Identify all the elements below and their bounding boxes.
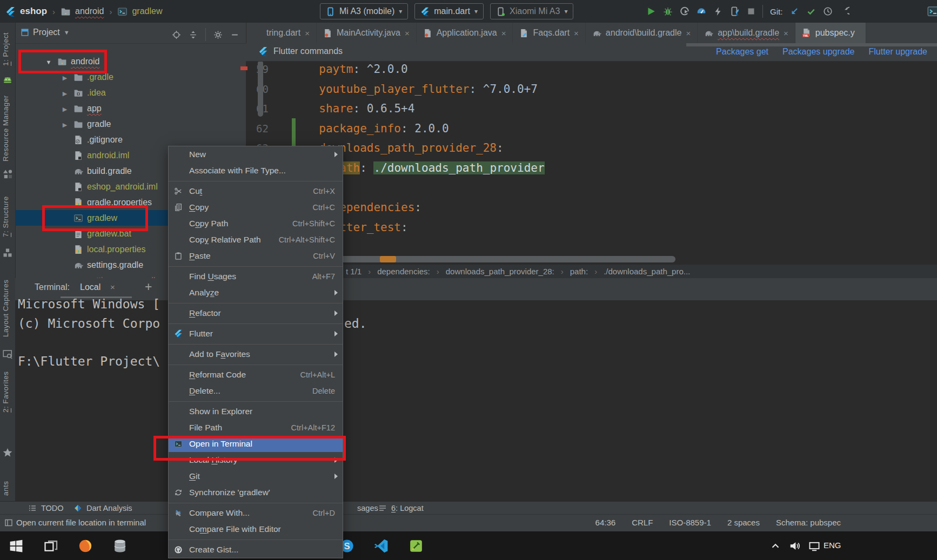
scrollbar-thumb[interactable] bbox=[258, 60, 263, 117]
editor-tab[interactable]: MainActivity.java × bbox=[317, 23, 417, 43]
breadcrumb-item[interactable]: t 1/1 bbox=[346, 267, 377, 276]
toolwindow-stripe-button[interactable]: 1: Project bbox=[2, 26, 14, 72]
run-config-dropdown[interactable]: main.dart ▾ bbox=[414, 3, 484, 19]
breadcrumb-item[interactable]: eshop › bbox=[5, 6, 56, 17]
menu-item[interactable]: Synchronize 'gradlew' bbox=[169, 484, 343, 501]
toolwindow-button[interactable]: 6: Logcat bbox=[378, 503, 424, 514]
run-config-dropdown[interactable]: Mi A3 (mobile) ▾ bbox=[320, 3, 408, 19]
menu-item[interactable]: Copy Relative Path Ctrl+Alt+Shift+C bbox=[169, 232, 343, 248]
stop-button[interactable] bbox=[747, 7, 755, 16]
taskbar-app-button[interactable] bbox=[78, 538, 93, 554]
breadcrumb-item[interactable]: path: bbox=[570, 267, 604, 276]
android-head-icon[interactable] bbox=[2, 75, 13, 85]
status-widget[interactable]: ISO-8859-1 bbox=[669, 518, 711, 527]
breadcrumb-item[interactable]: ./downloads_path_pro... bbox=[604, 267, 690, 276]
tree-row[interactable]: gradle bbox=[15, 116, 246, 132]
profile-button[interactable] bbox=[680, 6, 690, 16]
editor-tab[interactable]: YML pubspec.y bbox=[795, 23, 866, 43]
editor-tab[interactable]: app\build.gradle × bbox=[698, 23, 795, 43]
status-widget[interactable]: 64:36 bbox=[595, 518, 616, 527]
tree-row[interactable]: app bbox=[15, 100, 246, 116]
tree-row[interactable]: .gitignore bbox=[15, 132, 246, 147]
toolwindow-stripe-button[interactable]: 2: Favorites bbox=[2, 365, 14, 419]
git-rollback-button[interactable] bbox=[840, 6, 849, 16]
menu-item[interactable]: File Path Ctrl+Alt+F12 bbox=[169, 420, 343, 436]
editor-tab[interactable]: android\build.gradle × bbox=[586, 23, 698, 43]
project-view-selector[interactable]: Project ▼ bbox=[21, 28, 70, 37]
expand-arrow-icon[interactable] bbox=[61, 119, 69, 129]
hide-panel-button[interactable] bbox=[230, 30, 239, 39]
expand-arrow-icon[interactable] bbox=[61, 72, 69, 82]
menu-item[interactable]: Analyze bbox=[169, 285, 343, 301]
status-widget[interactable]: CRLF bbox=[632, 518, 653, 527]
editor-tab[interactable]: Faqs.dart × bbox=[513, 23, 585, 43]
tray-icon[interactable] bbox=[789, 540, 801, 552]
toolwindow-stripe-button[interactable]: Resource Manager bbox=[2, 92, 14, 165]
taskbar-app-button[interactable] bbox=[112, 538, 128, 554]
menu-item[interactable]: Compare File with Editor bbox=[169, 521, 343, 537]
locate-file-button[interactable] bbox=[172, 30, 181, 39]
breadcrumb-item[interactable]: android › bbox=[61, 6, 113, 17]
toolwindow-stripe-button[interactable]: Layout Captures bbox=[2, 270, 14, 347]
debug-button[interactable] bbox=[663, 6, 673, 16]
star-icon[interactable] bbox=[2, 447, 13, 458]
toolwindow-button[interactable]: sages bbox=[344, 503, 378, 514]
breadcrumb-item[interactable]: dependencies: bbox=[377, 267, 446, 276]
menu-item[interactable]: Refactor bbox=[169, 305, 343, 321]
terminal-tab-local[interactable]: Local bbox=[80, 282, 101, 292]
status-widget[interactable]: Schema: pubspec bbox=[776, 518, 841, 527]
editor-tab[interactable]: tring.dart × bbox=[246, 23, 317, 43]
status-widget[interactable]: 2 spaces bbox=[727, 518, 760, 527]
breadcrumb-item[interactable]: downloads_path_provider_28: bbox=[446, 267, 570, 276]
tray-icon[interactable] bbox=[769, 540, 781, 552]
menu-item[interactable]: Flutter bbox=[169, 326, 343, 342]
git-commit-button[interactable] bbox=[806, 6, 816, 16]
tray-icon[interactable] bbox=[808, 540, 820, 552]
toolwindow-stripe-button[interactable]: ants bbox=[2, 475, 14, 501]
flutter-command-link[interactable]: Flutter upgrade bbox=[868, 47, 927, 57]
close-icon[interactable]: × bbox=[784, 29, 788, 38]
toolwindow-switcher-icon[interactable] bbox=[4, 518, 13, 527]
taskbar-app-button[interactable] bbox=[43, 538, 58, 554]
menu-item[interactable]: Show in Explorer bbox=[169, 403, 343, 420]
run-config-dropdown[interactable]: Xiaomi Mi A3 ▾ bbox=[490, 3, 573, 19]
flutter-command-link[interactable]: Packages upgrade bbox=[782, 47, 854, 57]
flutter-command-link[interactable]: Packages get bbox=[716, 47, 768, 57]
toolwindow-stripe-button[interactable]: 7: Structure bbox=[2, 188, 14, 245]
menu-item[interactable]: Copy Path Ctrl+Shift+C bbox=[169, 215, 343, 232]
tree-row[interactable]: .idea bbox=[15, 85, 246, 100]
menu-item[interactable]: Git bbox=[169, 468, 343, 484]
close-icon[interactable]: × bbox=[686, 29, 691, 38]
close-icon[interactable]: × bbox=[574, 29, 579, 38]
shapes-icon[interactable] bbox=[2, 168, 13, 179]
collapse-all-button[interactable] bbox=[189, 30, 198, 39]
menu-item[interactable]: Compare With... Ctrl+D bbox=[169, 505, 343, 521]
menu-item[interactable]: Find Usages Alt+F7 bbox=[169, 268, 343, 285]
new-terminal-button[interactable]: + bbox=[145, 280, 152, 294]
menu-item[interactable]: Delete... Delete bbox=[169, 383, 343, 399]
run-button[interactable] bbox=[646, 6, 656, 16]
breadcrumb-item[interactable]: gradlew › bbox=[117, 6, 162, 17]
settings-button[interactable] bbox=[213, 30, 223, 39]
profiler-button[interactable] bbox=[697, 6, 706, 16]
toolwindow-button[interactable]: TODO bbox=[28, 503, 64, 514]
menu-item[interactable]: Cut Ctrl+X bbox=[169, 183, 343, 199]
menu-item[interactable]: Associate with File Type... bbox=[169, 163, 343, 179]
menu-item[interactable]: Copy Ctrl+C bbox=[169, 199, 343, 215]
taskbar-app-button[interactable] bbox=[9, 538, 24, 554]
git-history-button[interactable] bbox=[823, 6, 833, 16]
blocks-icon[interactable] bbox=[2, 247, 13, 258]
expand-arrow-icon[interactable] bbox=[61, 88, 69, 98]
language-indicator[interactable]: ENG bbox=[824, 541, 841, 550]
horizontal-scrollbar[interactable] bbox=[302, 256, 675, 262]
menu-item[interactable]: New bbox=[169, 146, 343, 163]
terminal-output[interactable]: Microsoft Windows [(c) Microsoft Corpoed… bbox=[15, 300, 937, 501]
close-icon[interactable]: × bbox=[501, 29, 506, 38]
menu-item[interactable]: Add to Favorites bbox=[169, 346, 343, 362]
git-update-button[interactable] bbox=[789, 6, 799, 16]
close-icon[interactable]: × bbox=[305, 29, 310, 38]
capture-icon[interactable] bbox=[2, 349, 13, 360]
expand-arrow-icon[interactable] bbox=[61, 104, 69, 113]
menu-item[interactable]: Paste Ctrl+V bbox=[169, 248, 343, 264]
apply-changes-button[interactable] bbox=[713, 6, 723, 16]
